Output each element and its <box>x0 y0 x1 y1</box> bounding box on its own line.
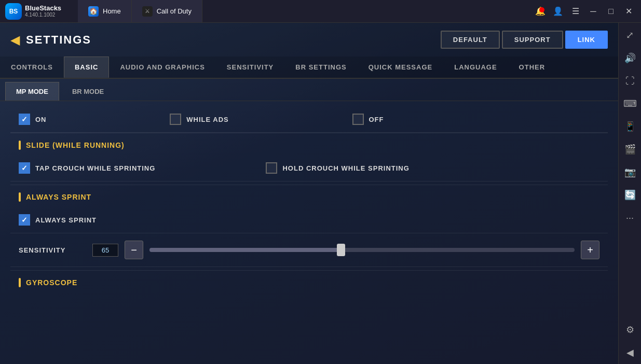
default-button[interactable]: DEFAULT <box>441 31 500 49</box>
notification-dot <box>539 7 544 12</box>
tab-basic[interactable]: BASIC <box>64 57 109 78</box>
app-logo: BS BlueStacks 4.140.1.1002 <box>0 3 78 20</box>
minimize-button[interactable]: ─ <box>585 3 602 20</box>
profile-button[interactable]: 👤 <box>550 3 566 20</box>
while-ads-checkbox[interactable] <box>170 114 181 125</box>
sensitivity-slider-track[interactable] <box>149 248 575 252</box>
on-checkbox-wrap[interactable]: ON <box>19 114 47 125</box>
tab-br-settings[interactable]: BR SETTINGS <box>284 57 357 78</box>
slide-section-header: SLIDE (WHILE RUNNING) <box>10 133 608 155</box>
tap-crouch-checkbox[interactable] <box>19 162 30 174</box>
window-controls: 🔔 👤 ☰ ─ □ ✕ <box>528 3 641 20</box>
while-ads-checkbox-wrap[interactable]: WHILE ADS <box>170 114 228 125</box>
tab-bar: 🏠 Home ⚔ Call of Duty <box>78 0 528 22</box>
app-version: 4.140.1.1002 <box>25 12 61 18</box>
gyroscope-section-title: GYROSCOPE <box>26 278 77 287</box>
app-name: BlueStacks <box>25 4 61 12</box>
nav-tabs: CONTROLS BASIC AUDIO AND GRAPHICS SENSIT… <box>0 57 618 79</box>
screenshot-icon[interactable]: 📷 <box>620 162 640 183</box>
home-tab-icon: 🏠 <box>88 6 99 17</box>
always-sprint-label: ALWAYS SPRINT <box>35 216 97 224</box>
gyroscope-section-header: GYROSCOPE <box>10 270 608 292</box>
cod-tab-icon: ⚔ <box>142 6 153 17</box>
subtab-mp-mode[interactable]: MP MODE <box>5 82 59 101</box>
slider-decrease-button[interactable]: − <box>125 241 143 259</box>
sprint-section-bar-icon <box>19 192 21 202</box>
phone-icon[interactable]: 📱 <box>620 116 640 137</box>
crouch-row: TAP CROUCH WHILE SPRINTING HOLD CROUCH W… <box>10 155 608 181</box>
gyro-section-bar-icon <box>19 278 21 287</box>
bluestacks-icon: BS <box>5 3 22 20</box>
sensitivity-value: 65 <box>92 244 118 257</box>
header-buttons: DEFAULT SUPPORT LINK <box>441 31 608 49</box>
on-checkbox[interactable] <box>19 114 30 125</box>
close-button[interactable]: ✕ <box>620 3 637 20</box>
maximize-button[interactable]: □ <box>603 3 619 20</box>
tab-sensitivity[interactable]: SENSITIVITY <box>216 57 284 78</box>
slide-section-title: SLIDE (WHILE RUNNING) <box>26 141 125 149</box>
notification-button[interactable]: 🔔 <box>532 3 549 20</box>
off-checkbox-wrap[interactable]: OFF <box>352 114 384 125</box>
settings-header: ◀ SETTINGS DEFAULT SUPPORT LINK <box>0 23 618 57</box>
tab-cod[interactable]: ⚔ Call of Duty <box>132 0 202 22</box>
sensitivity-label: SENSITIVITY <box>19 246 86 254</box>
slider-increase-button[interactable]: + <box>581 241 599 259</box>
camera-icon[interactable]: 🔄 <box>620 185 640 205</box>
tap-crouch-checkbox-wrap[interactable]: TAP CROUCH WHILE SPRINTING <box>19 162 155 174</box>
sensitivity-slider-section: SENSITIVITY 65 − + <box>19 241 599 259</box>
hold-crouch-label: HOLD CROUCH WHILE SPRINTING <box>282 164 409 172</box>
always-sprint-section-header: ALWAYS SPRINT <box>10 185 608 207</box>
main-content: ◀ SETTINGS DEFAULT SUPPORT LINK CONTROLS… <box>0 23 618 364</box>
back-arrow-icon[interactable]: ◀ <box>10 33 20 47</box>
settings-title: SETTINGS <box>26 33 91 47</box>
settings-icon[interactable]: ⚙ <box>620 319 640 340</box>
while-ads-label: WHILE ADS <box>186 116 228 123</box>
on-label: ON <box>35 116 47 123</box>
tab-audio-graphics[interactable]: AUDIO AND GRAPHICS <box>109 57 215 78</box>
tap-crouch-label: TAP CROUCH WHILE SPRINTING <box>35 164 155 172</box>
titlebar: BS BlueStacks 4.140.1.1002 🏠 Home ⚔ Call… <box>0 0 641 23</box>
app-info: BlueStacks 4.140.1.1002 <box>25 4 61 18</box>
slider-thumb[interactable] <box>337 244 345 256</box>
tab-controls[interactable]: CONTROLS <box>0 57 64 78</box>
subtab-br-mode[interactable]: BR MODE <box>61 82 115 101</box>
hold-crouch-checkbox[interactable] <box>266 162 277 174</box>
sub-tabs: MP MODE BR MODE <box>0 79 618 101</box>
always-sprint-checkbox-wrap[interactable]: ALWAYS SPRINT <box>19 214 97 226</box>
sensitivity-row: SENSITIVITY 65 − + <box>10 233 608 267</box>
always-sprint-checkbox[interactable] <box>19 214 30 226</box>
on-off-row: ON WHILE ADS OFF <box>10 106 608 133</box>
link-button[interactable]: LINK <box>565 31 608 49</box>
slider-fill <box>149 248 341 252</box>
always-sprint-row: ALWAYS SPRINT <box>10 207 608 233</box>
more-icon[interactable]: ··· <box>620 207 640 228</box>
expand-icon[interactable]: ⤢ <box>620 25 640 46</box>
tab-quick-message[interactable]: QUICK MESSAGE <box>358 57 444 78</box>
cod-tab-label: Call of Duty <box>157 7 192 15</box>
settings-content: ON WHILE ADS OFF SLIDE (WHILE RUNNING) <box>0 101 618 364</box>
off-checkbox[interactable] <box>352 114 364 125</box>
volume-icon[interactable]: 🔊 <box>620 48 640 68</box>
home-tab-label: Home <box>103 7 121 15</box>
always-sprint-section-title: ALWAYS SPRINT <box>26 193 91 201</box>
fullscreen-icon[interactable]: ⛶ <box>620 71 640 91</box>
tab-language[interactable]: LANGUAGE <box>443 57 508 78</box>
menu-button[interactable]: ☰ <box>567 3 584 20</box>
hold-crouch-checkbox-wrap[interactable]: HOLD CROUCH WHILE SPRINTING <box>266 162 409 174</box>
section-bar-icon <box>19 141 21 150</box>
tab-other[interactable]: OTHER <box>508 57 556 78</box>
back-icon[interactable]: ◀ <box>620 342 640 363</box>
off-label: OFF <box>369 116 384 123</box>
keyboard-icon[interactable]: ⌨ <box>620 93 640 114</box>
settings-panel: ◀ SETTINGS DEFAULT SUPPORT LINK CONTROLS… <box>0 23 618 364</box>
support-button[interactable]: SUPPORT <box>502 31 563 49</box>
video-icon[interactable]: 🎬 <box>620 139 640 160</box>
right-sidebar: ⤢ 🔊 ⛶ ⌨ 📱 🎬 📷 🔄 ··· ⚙ ◀ <box>618 23 641 364</box>
settings-title-area: ◀ SETTINGS <box>10 33 91 47</box>
tab-home[interactable]: 🏠 Home <box>78 0 132 22</box>
